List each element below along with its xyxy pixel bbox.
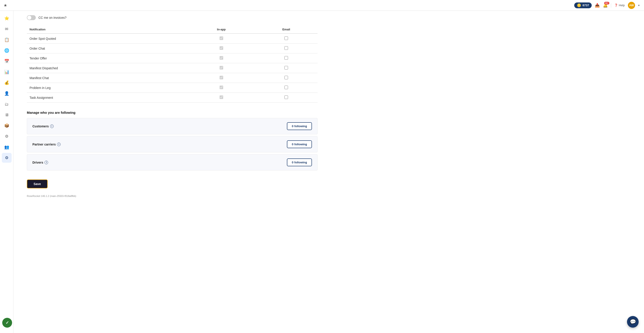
notif-in-app-cell [188, 73, 255, 83]
table-row: Order Chat [27, 43, 318, 53]
email-checkbox[interactable] [284, 76, 288, 79]
sidebar-item-contacts[interactable]: 👤 [2, 88, 12, 98]
col-notification: Notification [27, 25, 188, 33]
notif-label: Order Spot Quoted [27, 33, 188, 43]
notification-table: Notification In-app Email Order Spot Quo… [27, 25, 318, 103]
table-row: Manifest Chat [27, 73, 318, 83]
in-app-checkbox[interactable] [220, 36, 223, 40]
notif-in-app-cell [188, 43, 255, 53]
check-icon: ✓ [6, 320, 9, 325]
chat-fab-button[interactable]: 💬 [627, 316, 639, 328]
info-icon[interactable]: i [44, 161, 48, 164]
version-text: RoseRocket 146.1.2 (main-25503-f918a8fbb… [27, 195, 318, 197]
chat-icon: 💬 [630, 319, 636, 325]
following-section-title: Manage who you are following [27, 111, 318, 114]
star-icon[interactable]: ★ [4, 3, 7, 8]
chevron-down-icon[interactable]: ▾ [638, 4, 640, 7]
avatar-initials: AW [629, 3, 634, 7]
cc-label: CC me on invoices? [38, 16, 66, 19]
notif-label: Manifest Chat [27, 73, 188, 83]
notif-email-cell [255, 93, 318, 103]
coin-icon: 🪙 [577, 3, 581, 7]
navbar-divider [611, 3, 611, 7]
sidebar-item-calendar[interactable]: 📅 [2, 56, 12, 66]
sidebar-item-inbox[interactable]: ✉ [2, 24, 12, 34]
email-checkbox[interactable] [284, 86, 288, 89]
sidebar-item-favorites[interactable]: ⭐ [2, 13, 12, 23]
notif-in-app-cell [188, 83, 255, 93]
in-app-checkbox[interactable] [220, 95, 223, 99]
help-button[interactable]: ❓ Help [614, 3, 625, 7]
inbox-icon-button[interactable]: 📥 [595, 3, 600, 8]
info-icon[interactable]: i [50, 124, 54, 128]
help-label: Help [619, 3, 625, 7]
notif-label: Task Assignment [27, 93, 188, 103]
sidebar: ⭐ ✉ 📋 🌐 📅 📊 💰 👤 🗂 🖥 📦 ⚙ 👥 ⚙ [0, 11, 14, 333]
table-row: Problem in Leg [27, 83, 318, 93]
following-button[interactable]: 0 following [287, 158, 312, 166]
notif-email-cell [255, 83, 318, 93]
following-row: Drivers i 0 following [27, 154, 318, 171]
sidebar-item-integrations[interactable]: ⚙ [2, 131, 12, 141]
notif-label: Order Chat [27, 43, 188, 53]
in-app-checkbox[interactable] [220, 56, 223, 60]
cc-toggle[interactable] [27, 15, 36, 20]
help-circle-icon: ❓ [614, 3, 618, 7]
notif-email-cell [255, 53, 318, 63]
sidebar-item-billing[interactable]: 💰 [2, 78, 12, 88]
notification-count: 99+ [604, 2, 609, 4]
col-email: Email [255, 25, 318, 33]
notif-in-app-cell [188, 63, 255, 73]
notif-email-cell [255, 63, 318, 73]
table-row: Tender Offer [27, 53, 318, 63]
following-button[interactable]: 0 following [287, 122, 312, 130]
main-content: CC me on invoices? Notification In-app E… [14, 11, 644, 333]
sidebar-item-inventory[interactable]: 📦 [2, 121, 12, 130]
sidebar-item-dispatch[interactable]: 🖥 [2, 110, 12, 120]
notif-in-app-cell [188, 53, 255, 63]
email-checkbox[interactable] [284, 66, 288, 69]
table-row: Task Assignment [27, 93, 318, 103]
notifications-button[interactable]: 🔔 99+ [603, 3, 608, 8]
email-checkbox[interactable] [284, 95, 288, 99]
notif-email-cell [255, 73, 318, 83]
notif-label: Manifest Dispatched [27, 63, 188, 73]
in-app-checkbox[interactable] [220, 46, 223, 50]
table-row: Manifest Dispatched [27, 63, 318, 73]
notif-in-app-cell [188, 93, 255, 103]
table-row: Order Spot Quoted [27, 33, 318, 43]
score-value: 6737 [582, 3, 589, 7]
sidebar-item-documents[interactable]: 🗂 [2, 99, 12, 109]
following-label: Drivers i [32, 161, 287, 164]
following-button[interactable]: 0 following [287, 140, 312, 148]
email-checkbox[interactable] [284, 46, 288, 50]
in-app-checkbox[interactable] [220, 66, 223, 69]
in-app-checkbox[interactable] [220, 76, 223, 79]
info-icon[interactable]: i [57, 143, 60, 146]
notif-label: Problem in Leg [27, 83, 188, 93]
email-checkbox[interactable] [284, 56, 288, 60]
status-fab: ✓ [2, 318, 12, 328]
in-app-checkbox[interactable] [220, 86, 223, 89]
following-label: Customers i [32, 124, 287, 128]
navbar: ★ 🪙 6737 📥 🔔 99+ ❓ Help AW ▾ [0, 0, 644, 11]
col-in-app: In-app [188, 25, 255, 33]
notif-email-cell [255, 33, 318, 43]
following-section: Customers i 0 following Partner carriers… [27, 118, 318, 172]
notif-email-cell [255, 43, 318, 53]
sidebar-item-settings[interactable]: ⚙ [2, 153, 12, 163]
notif-label: Tender Offer [27, 53, 188, 63]
following-row: Partner carriers i 0 following [27, 136, 318, 152]
sidebar-item-reports[interactable]: 📊 [2, 67, 12, 77]
sidebar-item-network[interactable]: 🌐 [2, 46, 12, 55]
email-checkbox[interactable] [284, 36, 288, 40]
save-button[interactable]: Save [27, 179, 48, 188]
sidebar-item-orders[interactable]: 📋 [2, 35, 12, 45]
sidebar-item-team[interactable]: 👥 [2, 142, 12, 152]
avatar-button[interactable]: AW [628, 2, 635, 9]
score-badge-button[interactable]: 🪙 6737 [574, 2, 592, 8]
notif-in-app-cell [188, 33, 255, 43]
following-row: Customers i 0 following [27, 118, 318, 134]
following-label: Partner carriers i [32, 143, 287, 146]
cc-toggle-row: CC me on invoices? [27, 15, 318, 20]
